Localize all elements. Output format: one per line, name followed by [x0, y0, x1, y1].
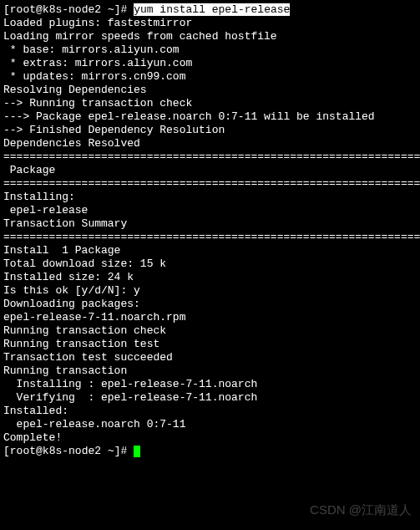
prompt-line[interactable]: [root@k8s-node2 ~]# — [3, 445, 417, 458]
prompt-user: root — [10, 3, 36, 16]
output-line: Is this ok [y/d/N]: y — [3, 284, 417, 298]
terminal-cursor[interactable] — [134, 446, 140, 457]
output-line: Running transaction test — [3, 338, 417, 351]
output-line: Loading mirror speeds from cached hostfi… — [3, 30, 417, 43]
terminal-output: [root@k8s-node2 ~]# yum install epel-rel… — [3, 3, 417, 458]
prompt-path: ~ — [108, 445, 114, 457]
prompt-host: k8s-node2 — [43, 445, 101, 457]
output-line: epel-release-7-11.noarch.rpm — [3, 311, 417, 324]
output-line: Complete! — [3, 431, 417, 445]
output-line: ========================================… — [3, 150, 417, 164]
output-line: Install 1 Package — [3, 244, 417, 257]
output-line: Running transaction — [3, 364, 417, 378]
output-line: * extras: mirrors.aliyun.com — [3, 57, 417, 70]
prompt-path: ~ — [108, 3, 114, 16]
output-line: * updates: mirrors.cn99.com — [3, 70, 417, 84]
output-line: --> Finished Dependency Resolution — [3, 124, 417, 137]
output-line: Installing: — [3, 191, 417, 204]
output-line: Resolving Dependencies — [3, 84, 417, 97]
watermark: CSDN @江南道人 — [310, 503, 412, 517]
output-line: ========================================… — [3, 177, 417, 191]
output-line: Installed size: 24 k — [3, 271, 417, 284]
output-line: Installed: — [3, 405, 417, 418]
output-line: ---> Package epel-release.noarch 0:7-11 … — [3, 110, 417, 124]
output-line: Package — [3, 164, 417, 177]
output-line: Verifying : epel-release-7-11.noarch — [3, 391, 417, 405]
output-line: Loaded plugins: fastestmirror — [3, 17, 417, 30]
output-line: Transaction test succeeded — [3, 351, 417, 364]
output-line: epel-release.noarch 0:7-11 — [3, 418, 417, 431]
output-line: epel-release — [3, 204, 417, 217]
command-text: yum install epel-release — [134, 3, 290, 16]
output-line: Downloading packages: — [3, 298, 417, 311]
prompt-user: root — [10, 445, 36, 457]
output-line: Installing : epel-release-7-11.noarch — [3, 378, 417, 391]
output-line: Dependencies Resolved — [3, 137, 417, 150]
output-line: Total download size: 15 k — [3, 257, 417, 271]
output-line: Transaction Summary — [3, 217, 417, 231]
prompt-line[interactable]: [root@k8s-node2 ~]# yum install epel-rel… — [3, 3, 417, 17]
output-line: Running transaction check — [3, 324, 417, 338]
output-line: ========================================… — [3, 231, 417, 244]
prompt-host: k8s-node2 — [43, 3, 101, 16]
output-line: --> Running transaction check — [3, 97, 417, 110]
output-line: * base: mirrors.aliyun.com — [3, 43, 417, 57]
